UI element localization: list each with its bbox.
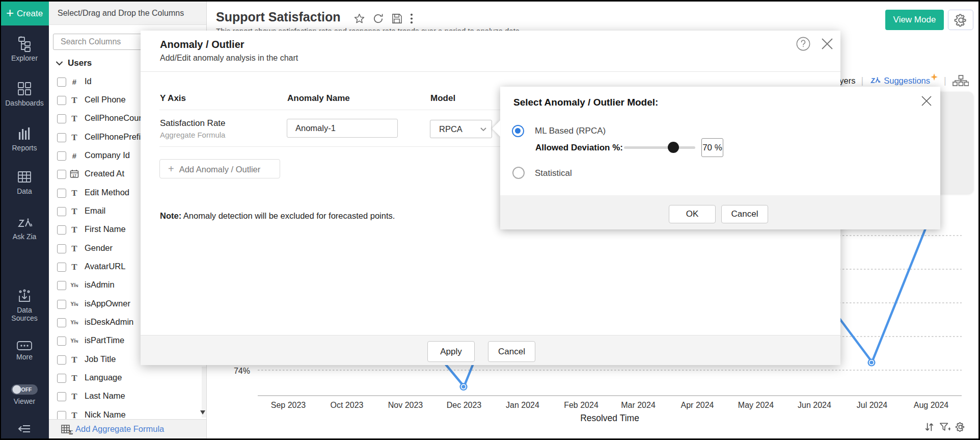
svg-text:Aug 2024: Aug 2024: [914, 401, 949, 409]
svg-text:Apr 2024: Apr 2024: [681, 401, 714, 409]
svg-text:OFF: OFF: [21, 386, 33, 393]
svg-text:Jan 2024: Jan 2024: [506, 401, 539, 409]
svg-text:Jul 2024: Jul 2024: [857, 401, 888, 409]
svg-text:17: 17: [72, 174, 76, 177]
svg-text:Feb 2024: Feb 2024: [564, 401, 598, 409]
svg-text:Jun 2024: Jun 2024: [798, 401, 831, 409]
svg-text:Σ: Σ: [69, 428, 73, 435]
svg-text:Mar 2024: Mar 2024: [621, 401, 656, 409]
svg-text:74%: 74%: [234, 367, 250, 375]
svg-text:Resolved Time: Resolved Time: [580, 413, 639, 423]
svg-text:Dec 2023: Dec 2023: [447, 401, 482, 409]
svg-text:Sep 2023: Sep 2023: [271, 401, 306, 409]
svg-text:Nov 2023: Nov 2023: [388, 401, 423, 409]
svg-text:May 2024: May 2024: [738, 401, 774, 409]
svg-text:Oct 2023: Oct 2023: [331, 401, 364, 409]
